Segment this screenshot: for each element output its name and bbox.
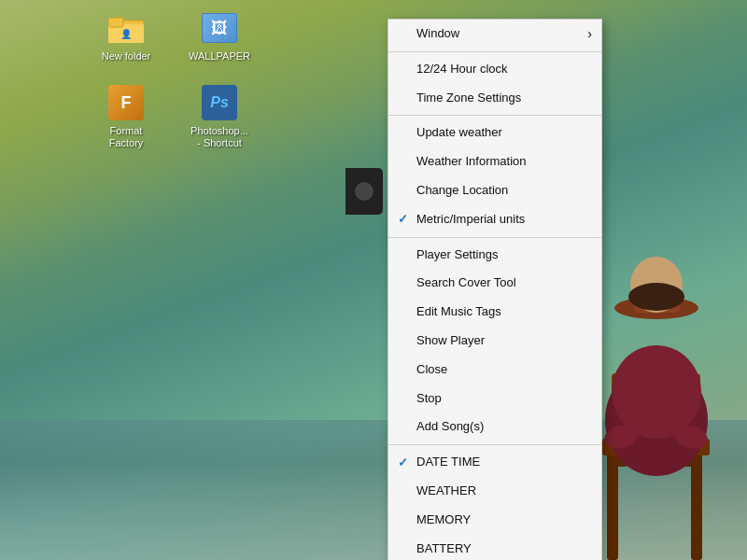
menu-separator-3 xyxy=(388,237,601,238)
menu-item-timezone[interactable]: Time Zone Settings xyxy=(388,84,601,113)
menu-item-search-cover[interactable]: Search Cover Tool xyxy=(388,269,601,298)
ps-image: Ps xyxy=(201,84,238,121)
menu-item-edit-music[interactable]: Edit Music Tags xyxy=(388,298,601,327)
photoshop-icon[interactable]: Ps Photoshop...- Shortcut xyxy=(187,84,252,149)
menu-item-clock[interactable]: 12/24 Hour clock xyxy=(388,55,601,84)
svg-point-13 xyxy=(612,345,701,439)
context-menu: Window 12/24 Hour clock Time Zone Settin… xyxy=(388,19,602,560)
menu-item-battery[interactable]: BATTERY xyxy=(388,535,601,560)
menu-item-change-location[interactable]: Change Location xyxy=(388,176,601,205)
menu-item-update-weather[interactable]: Update weather xyxy=(388,119,601,147)
menu-separator-4 xyxy=(388,444,601,445)
menu-item-player-settings[interactable]: Player Settings xyxy=(388,241,601,270)
wallpaper-label: WALLPAPER xyxy=(189,50,250,63)
menu-item-metric[interactable]: Metric/Imperial units xyxy=(388,205,601,234)
menu-item-show-player[interactable]: Show Player xyxy=(388,327,601,356)
ff-label: FormatFactory xyxy=(109,125,144,149)
menu-item-add-song[interactable]: Add Song(s) xyxy=(388,413,601,441)
menu-item-close[interactable]: Close xyxy=(388,356,601,385)
svg-rect-3 xyxy=(108,18,123,27)
menu-item-datetime[interactable]: DATE TIME xyxy=(388,448,601,477)
desktop-icons-row2: F FormatFactory Ps Photoshop...- Shortcu… xyxy=(93,84,252,149)
menu-item-stop[interactable]: Stop xyxy=(388,385,601,413)
menu-separator-2 xyxy=(388,115,601,116)
svg-point-17 xyxy=(628,283,684,311)
desktop: 👤 New folder 🖼 WALLPAPER F FormatFactory… xyxy=(0,0,747,560)
ff-image: F xyxy=(107,84,145,121)
taskbar-dot xyxy=(355,182,374,201)
new-folder-label: New folder xyxy=(102,50,151,63)
menu-item-weather-info[interactable]: Weather Information xyxy=(388,147,601,176)
desktop-icons-row1: 👤 New folder 🖼 WALLPAPER xyxy=(93,9,252,63)
taskbar-widget[interactable] xyxy=(345,168,383,215)
format-factory-icon[interactable]: F FormatFactory xyxy=(93,84,159,149)
wallpaper-icon-item[interactable]: 🖼 WALLPAPER xyxy=(187,9,252,63)
wallpaper-image: 🖼 xyxy=(201,9,238,47)
svg-text:👤: 👤 xyxy=(120,28,133,40)
menu-item-memory[interactable]: MEMORY xyxy=(388,506,601,535)
menu-item-weather[interactable]: WEATHER xyxy=(388,477,601,506)
menu-separator-1 xyxy=(388,51,601,52)
menu-item-window[interactable]: Window xyxy=(388,20,601,49)
new-folder-icon[interactable]: 👤 New folder xyxy=(93,9,159,63)
ps-label: Photoshop...- Shortcut xyxy=(190,125,248,149)
folder-image: 👤 xyxy=(107,9,145,47)
